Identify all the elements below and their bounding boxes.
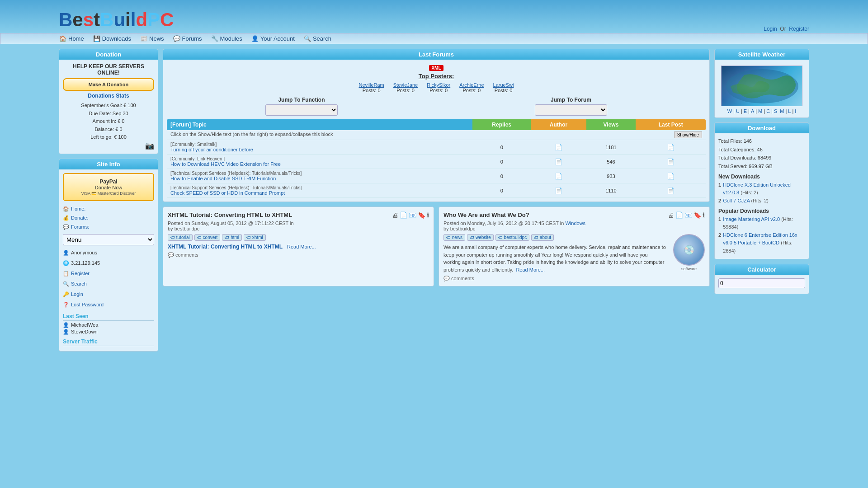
sat-link-A[interactable]: A	[751, 108, 754, 114]
poster-4: LarueSwi Posts: 0	[493, 82, 514, 93]
sat-link-I[interactable]: I	[795, 108, 796, 114]
news-card-2: Who We Are and What We Do? 🖨 📄 📧 🔖 ℹ Pos…	[439, 206, 710, 286]
sat-link-W[interactable]: W	[727, 108, 732, 114]
sat-link-U[interactable]: U	[736, 108, 740, 114]
home-link[interactable]: 🏠 Home:	[63, 205, 154, 214]
ip-icon: 🌐	[63, 258, 69, 268]
jump-forum: Jump To Forum	[535, 97, 607, 116]
news-icon-info[interactable]: ℹ	[427, 211, 429, 219]
tag-xhtml[interactable]: 🏷 xhtml	[244, 234, 266, 241]
nav-news[interactable]: 📰 News	[140, 35, 164, 42]
forums-link[interactable]: 💬 Forums:	[63, 223, 154, 232]
show-hide-button[interactable]: Show/Hide	[674, 131, 702, 138]
read-more-2[interactable]: Read More...	[516, 267, 545, 272]
new-dl-link-2[interactable]: Golf 7 CJZA	[723, 198, 750, 203]
popular-dl-link-1[interactable]: Image Mastering API v2.0	[723, 216, 780, 222]
jump-row: Jump To Function Jump To Forum	[167, 97, 706, 116]
satellite-title: Satellite Weather	[715, 49, 809, 60]
siteinfo-title: Site Info	[59, 159, 158, 169]
tag-about[interactable]: 🏷 about	[531, 234, 554, 241]
login-sidebar-link[interactable]: 🔑 Login	[63, 290, 154, 299]
news-icon-share2[interactable]: 📧	[684, 211, 692, 219]
new-downloads-title: New Downloads	[718, 174, 805, 180]
tag-html[interactable]: 🏷 html	[222, 234, 242, 241]
search-small-icon: 🔍	[63, 279, 69, 289]
nav-search[interactable]: 🔍 Search	[304, 35, 331, 42]
table-row: [Technical Support Services (Helpdesk): …	[167, 169, 706, 183]
collapse-info: Click on the Show/Hide text (on the far …	[167, 130, 706, 140]
last-seen-user1: MichaelWea	[71, 322, 98, 328]
jump-function-select[interactable]	[265, 104, 338, 116]
news-icon-print[interactable]: 🖨	[392, 211, 398, 219]
sat-link-L[interactable]: L	[788, 108, 791, 114]
th-topic: [Forum] Topic	[167, 119, 472, 130]
sat-link-M[interactable]: M	[758, 108, 762, 114]
nav-downloads[interactable]: 💾 Downloads	[93, 35, 131, 42]
lost-password-link[interactable]: ❓ Lost Password	[63, 300, 154, 310]
account-icon: 👤	[251, 35, 259, 42]
calculator-title: Calculator	[715, 264, 809, 275]
pdf-icon: 📄	[555, 187, 562, 194]
donations-stats-link[interactable]: Donations Stats	[63, 93, 154, 99]
tag-tutorial[interactable]: 🏷 tutorial	[168, 234, 193, 241]
sat-link-M2[interactable]: M	[780, 108, 784, 114]
nav-account[interactable]: 👤 Your Account	[251, 35, 295, 42]
news-icon-pdf[interactable]: 📄	[400, 211, 407, 219]
doc-icon: 📄	[667, 144, 675, 151]
jump-forum-select[interactable]	[535, 104, 607, 116]
login-link[interactable]: Login	[764, 26, 777, 32]
register-sidebar-link[interactable]: 📋 Register	[63, 269, 154, 278]
nav-home[interactable]: 🏠 Home	[59, 35, 84, 42]
tag-news[interactable]: 🏷 news	[443, 234, 465, 241]
make-donation-button[interactable]: Make A Donation	[63, 78, 154, 91]
news-icons-2: 🖨 📄 📧 🔖 ℹ	[668, 211, 705, 219]
download-box: Download Total Files: 146 Total Categori…	[714, 122, 809, 259]
sat-link-C[interactable]: C	[766, 108, 770, 114]
news-title-1: XHTML Tutorial: Converting HTML to XHTML	[168, 211, 292, 218]
search-sidebar-link[interactable]: 🔍 Search	[63, 279, 154, 289]
read-more-1[interactable]: Read More...	[287, 244, 316, 249]
menu-select[interactable]: Menu Home Downloads News Forums	[63, 234, 154, 245]
topic-cell: [Technical Support Services (Helpdesk): …	[167, 169, 472, 183]
sat-link-S[interactable]: S	[774, 108, 777, 114]
pdf-icon: 📄	[555, 173, 562, 180]
news-icon-bookmark2[interactable]: 🔖	[693, 211, 701, 219]
news-image-2: 💿 software	[673, 234, 705, 273]
pdf-icon: 📄	[555, 144, 562, 151]
news-comments-1: 💬 comments	[168, 252, 429, 258]
poster-1: StevieJane Posts: 0	[393, 82, 418, 93]
table-row: [Technical Support Services (Helpdesk): …	[167, 183, 706, 198]
calculator-input[interactable]	[718, 278, 805, 288]
news-icon-pdf2[interactable]: 📄	[675, 211, 683, 219]
sat-link-E[interactable]: E	[744, 108, 747, 114]
jump-function: Jump To Function	[265, 97, 338, 116]
top-login-area: Login Or Register	[764, 26, 809, 33]
th-author: Author	[531, 119, 586, 130]
nav-modules[interactable]: 🔧 Modules	[211, 35, 242, 42]
table-row: [Community: Link Heaven ] How to Downloa…	[167, 155, 706, 169]
news-icon-bookmark[interactable]: 🔖	[418, 211, 425, 219]
news-icon-info2[interactable]: ℹ	[703, 211, 705, 219]
donate-link[interactable]: 💰 Donate:	[63, 214, 154, 223]
news-link-1[interactable]: XHTML Tutorial: Converting HTML to XHTML	[168, 244, 283, 250]
pdf-icon: 📄	[555, 158, 562, 165]
register-link[interactable]: Register	[789, 26, 809, 32]
tag-bestbuildpc[interactable]: 🏷 bestbuildpc	[495, 234, 529, 241]
downloads-icon: 💾	[93, 35, 100, 42]
forums-icon: 💬	[173, 35, 180, 42]
donation-help: HELP KEEP OUR SERVERS ONLINE!	[63, 63, 154, 76]
server-traffic-title: Server Traffic	[63, 338, 154, 346]
doc-icon: 📄	[667, 187, 675, 194]
news-icon-print2[interactable]: 🖨	[668, 211, 674, 219]
news-icon-share[interactable]: 📧	[409, 211, 416, 219]
tag-convert[interactable]: 🏷 convert	[194, 234, 221, 241]
table-row: Click on the Show/Hide text (on the far …	[167, 130, 706, 140]
popular-dl-item-2: 2 HDClone 6 Enterprise Edition 16x v6.0.…	[718, 231, 805, 255]
user-icon: 👤	[63, 248, 69, 258]
paypal-donate-button[interactable]: PayPal Donate Now VISA 💳 MasterCard Disc…	[63, 173, 154, 201]
nav-forums[interactable]: 💬 Forums	[173, 35, 202, 42]
donate-icon: 💰	[63, 214, 69, 223]
donation-title: Donation	[59, 49, 158, 60]
donation-stats: September's Goal: € 100 Due Date: Sep 30…	[63, 102, 154, 141]
tag-website[interactable]: 🏷 website	[467, 234, 494, 241]
